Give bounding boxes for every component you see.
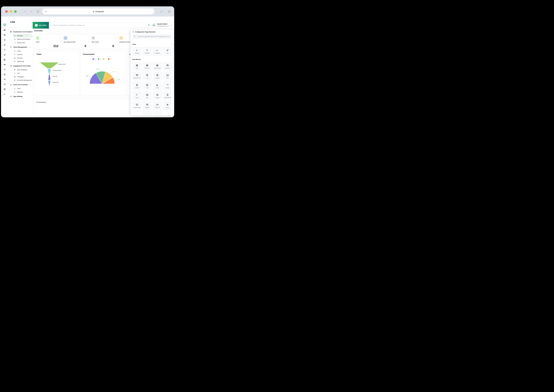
notifications-bell-icon[interactable] bbox=[148, 24, 150, 26]
avatar[interactable]: SA bbox=[152, 23, 156, 27]
sidebar-item-app-settings[interactable]: App Settings bbox=[8, 94, 33, 98]
sidebar-item-label: Meetings bbox=[17, 91, 23, 93]
sidebar-item-overview[interactable]: Overview bbox=[13, 34, 33, 37]
sidebar-group-tasks-and-activities[interactable]: Tasks And Activities bbox=[8, 82, 33, 87]
element-tile-paragraph[interactable]: ¶Paragraph bbox=[143, 47, 152, 56]
element-search-input[interactable] bbox=[138, 36, 171, 37]
sidebar-item-tasks[interactable]: Tasks bbox=[13, 87, 33, 90]
back-icon[interactable] bbox=[24, 10, 27, 13]
rail-item-blocks[interactable] bbox=[1, 52, 8, 57]
element-tile-paragraph[interactable]: |A|Paragraph bbox=[153, 47, 162, 56]
element-tile-calendar[interactable]: Calendar bbox=[143, 101, 152, 110]
video-icon bbox=[156, 104, 159, 106]
element-tile-ai-agent[interactable]: AI Agent bbox=[153, 91, 162, 100]
rail-item-brain[interactable] bbox=[1, 87, 8, 92]
file01-icon: 01 bbox=[166, 94, 169, 96]
element-tile-charts[interactable]: Charts bbox=[153, 82, 162, 91]
element-tile-list[interactable]: List bbox=[143, 72, 152, 81]
sidebar-group-dashboards-and-analytics[interactable]: Dashboards And Analytics bbox=[8, 29, 33, 34]
element-tile-recent-activity[interactable]: Recent Activity bbox=[132, 101, 141, 110]
element-search[interactable] bbox=[132, 35, 172, 39]
close-window-button[interactable] bbox=[5, 10, 8, 13]
element-tile-iframe[interactable]: Iframe bbox=[163, 101, 172, 110]
element-tile-map[interactable]: Map bbox=[143, 91, 152, 100]
element-tile-jdresume[interactable]: jdResume bbox=[143, 62, 152, 71]
search-icon bbox=[134, 36, 135, 37]
element-tile-heading[interactable]: H1Heading bbox=[132, 47, 141, 56]
rail-item-building[interactable] bbox=[1, 72, 8, 77]
rail-item-drive[interactable] bbox=[1, 62, 8, 67]
element-tile-container[interactable]: Container bbox=[153, 72, 162, 81]
element-tile-kanban[interactable]: Kanban bbox=[163, 82, 172, 91]
element-tile-details[interactable]: Details bbox=[132, 82, 141, 91]
address-bar[interactable]: OctopusAI bbox=[42, 8, 154, 14]
element-tile-partial[interactable] bbox=[153, 111, 162, 116]
rail-item-send[interactable] bbox=[1, 82, 8, 87]
phone-icon bbox=[14, 91, 16, 93]
user-menu-chevron-icon[interactable] bbox=[171, 24, 172, 26]
element-tile-grid[interactable]: Grid bbox=[143, 82, 152, 91]
sidebar-item-label: Overview bbox=[17, 35, 23, 36]
sidebar-item-label: App Settings bbox=[13, 96, 22, 97]
sidebar-item-lists[interactable]: Lists bbox=[13, 71, 33, 75]
element-tile-partial[interactable] bbox=[143, 111, 152, 116]
rail-item-dbsync[interactable] bbox=[1, 57, 8, 62]
target-icon bbox=[10, 31, 12, 33]
rail-item-bell[interactable] bbox=[1, 47, 8, 52]
sidebar-item-activity-feed[interactable]: Activity Feed bbox=[13, 41, 33, 44]
rail-item-grid[interactable] bbox=[1, 28, 8, 33]
zoom-window-button[interactable] bbox=[14, 10, 17, 13]
element-tile-label: docmetLibrary bbox=[154, 68, 161, 69]
expand-icon[interactable] bbox=[160, 10, 163, 13]
gantt-icon bbox=[136, 94, 138, 96]
sidebar-item-accounts[interactable]: Accounts bbox=[13, 56, 33, 60]
element-tile-payment[interactable]: Payment bbox=[163, 62, 172, 71]
stat-card-new-leads: New Leads0 bbox=[90, 35, 116, 49]
global-search-input[interactable] bbox=[51, 23, 147, 28]
rail-item-users[interactable] bbox=[1, 42, 8, 47]
element-tile-activity-metrics[interactable]: 01Activity Metrics bbox=[163, 91, 172, 100]
rail-item-pulse[interactable] bbox=[1, 92, 8, 97]
sidebar-item-meetings[interactable]: Meetings bbox=[13, 90, 33, 94]
sidebar-item-label: Opportunity bbox=[17, 61, 24, 62]
sidebar-item-email-templates[interactable]: Email Templates bbox=[13, 68, 33, 71]
chevron-down-icon bbox=[29, 65, 31, 67]
minimize-window-button[interactable] bbox=[10, 10, 12, 13]
rail-item-robot[interactable] bbox=[1, 77, 8, 82]
svg-text:Active (20): Active (20) bbox=[53, 82, 59, 83]
rail-item-layers[interactable] bbox=[1, 33, 8, 38]
stat-card-label: New Leads bbox=[91, 41, 99, 43]
sidebar-item-leads[interactable]: Leads bbox=[13, 49, 33, 53]
sidebar-group-engagement-and-camp[interactable]: Engagement And Camp... bbox=[8, 63, 33, 68]
sidebar-group-client-management[interactable]: Client Management bbox=[8, 45, 33, 49]
svg-text:1: 1 bbox=[137, 50, 138, 51]
rail-item-checklist[interactable] bbox=[1, 67, 8, 72]
element-tile-label: Payment bbox=[165, 68, 170, 69]
element-tile-table[interactable]: Table bbox=[132, 62, 141, 71]
chevron-up-icon[interactable] bbox=[171, 44, 172, 45]
sidebar-item-opportunity[interactable]: Opportunity bbox=[13, 60, 33, 63]
app-copilot-button[interactable]: App Copilot bbox=[33, 22, 49, 29]
sidebar-item-document-management[interactable]: Document Management bbox=[13, 78, 33, 82]
box3d-icon bbox=[156, 74, 159, 77]
element-tile-form[interactable]: Form bbox=[163, 72, 172, 81]
sidebar-item-reports-and-analytics[interactable]: Reports And Analytics bbox=[13, 37, 33, 41]
pilcrow-icon: ¶ bbox=[146, 49, 148, 51]
app-logo-icon[interactable] bbox=[3, 23, 6, 27]
stat-card-label: Calendar Events bbox=[119, 41, 130, 43]
rail-item-shield[interactable] bbox=[1, 38, 8, 42]
element-tile-docmetlibrary[interactable]: docmetLibrary bbox=[153, 62, 162, 71]
table-icon bbox=[136, 64, 138, 67]
forward-icon[interactable] bbox=[30, 10, 33, 13]
element-tile-video-call[interactable]: Video Call bbox=[153, 101, 162, 110]
chevron-up-icon[interactable] bbox=[171, 59, 172, 60]
sidebar-item-contacts[interactable]: Contacts bbox=[13, 53, 33, 56]
sidebar-item-campaigns[interactable]: Campaigns bbox=[13, 75, 33, 78]
element-tile-gantt[interactable]: Gantt bbox=[132, 91, 141, 100]
users-icon bbox=[14, 35, 16, 36]
element-tile-link[interactable]: Link bbox=[163, 47, 172, 56]
element-tile-payment-plans[interactable]: Payment Plans bbox=[132, 72, 141, 81]
menu-icon[interactable] bbox=[168, 10, 171, 13]
stat-card-value: 0 bbox=[112, 44, 114, 48]
reload-icon[interactable] bbox=[36, 10, 39, 13]
